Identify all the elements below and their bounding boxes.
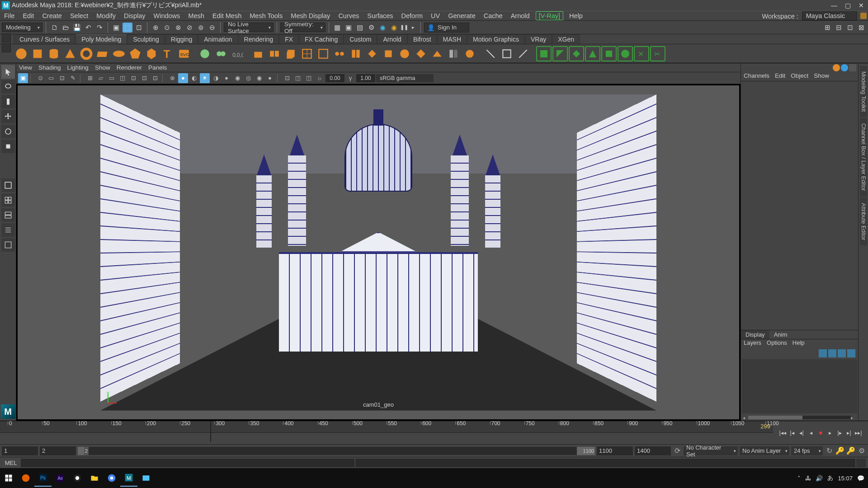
tool-settings-toggle-icon[interactable] (849, 64, 856, 71)
layer-move-up-icon[interactable] (819, 349, 827, 357)
shelf-tab-mash[interactable]: MASH (437, 34, 467, 44)
tab-anim[interactable]: Anim (769, 330, 792, 339)
loop-toggle-icon[interactable]: ↻ (825, 446, 834, 455)
target-weld-icon[interactable] (381, 46, 396, 61)
vp-textured-icon[interactable]: ◐ (189, 73, 199, 83)
vp-exposure-icon[interactable]: ☼ (315, 73, 325, 83)
menu-surfaces[interactable]: Surfaces (363, 11, 397, 20)
vp-exposure-value[interactable]: 0.00 (326, 74, 344, 82)
menu-help[interactable]: Help (565, 11, 587, 20)
taskbar-maya-icon[interactable]: M (120, 469, 137, 487)
step-forward-icon[interactable]: |▸ (835, 429, 844, 437)
vp-colorspace-dropdown[interactable]: sRGB gamma (376, 74, 434, 82)
open-scene-icon[interactable]: 🗁 (61, 23, 71, 33)
vp-menu-view[interactable]: View (19, 64, 32, 71)
menu-mesh[interactable]: Mesh (184, 11, 208, 20)
channel-toggle-icon[interactable]: ⊠ (856, 23, 866, 33)
step-back-key-icon[interactable]: |◂ (788, 429, 796, 437)
poly-cone-icon[interactable] (62, 46, 78, 61)
playback-start-input[interactable]: 1 (2, 446, 38, 455)
poly-svg-icon[interactable]: SVG (176, 46, 192, 61)
vp-safe-title-icon[interactable]: ⊡ (150, 73, 160, 83)
vp-aa-icon[interactable]: ● (265, 73, 275, 83)
snap-grid-icon[interactable]: ⊕ (151, 23, 160, 33)
menu-modify[interactable]: Modify (92, 11, 120, 20)
poly-plane-icon[interactable] (95, 46, 110, 61)
prefs-icon[interactable]: ⚙ (857, 446, 866, 455)
vp-menu-show[interactable]: Show (95, 64, 110, 71)
retopo-icon[interactable]: ✂ (650, 46, 665, 61)
undo-icon[interactable]: ↶ (83, 23, 93, 33)
start-button[interactable] (0, 469, 17, 487)
shelf-tab-bifrost[interactable]: Bifrost (407, 34, 437, 44)
tray-ime-icon[interactable]: あ (827, 474, 833, 482)
shelf-tab-curves[interactable]: Curves / Surfaces (14, 34, 75, 44)
move-tool-icon[interactable] (1, 110, 15, 123)
layout-single-icon[interactable] (1, 178, 15, 192)
paint-select-icon[interactable] (1, 95, 15, 108)
shelf-tab-custom[interactable]: Custom (344, 34, 377, 44)
auto-key-icon[interactable]: 🔑 (835, 446, 844, 455)
poly-sphere-icon[interactable] (14, 46, 29, 61)
vp-gamma-icon[interactable]: γ (345, 73, 355, 83)
menu-uv[interactable]: UV (427, 11, 444, 20)
cb-show[interactable]: Show (814, 72, 829, 81)
mirror-icon[interactable] (446, 46, 461, 61)
shelf-tab-fx[interactable]: FX (279, 34, 299, 44)
cmd-input[interactable] (21, 459, 354, 467)
snap-curve-icon[interactable]: ⊙ (162, 23, 172, 33)
taskbar-chrome-icon[interactable] (103, 469, 120, 487)
ipr-render-icon[interactable]: ▤ (355, 23, 365, 33)
rotate-tool-icon[interactable] (1, 125, 15, 138)
goto-end-icon[interactable]: ▸▸| (854, 429, 863, 437)
shelf-tab-xgen[interactable]: XGen (552, 34, 580, 44)
menu-curves[interactable]: Curves (334, 11, 363, 20)
range-slider[interactable]: 2 1100 (78, 447, 595, 455)
menu-vray[interactable]: [V-Ray] (536, 11, 564, 20)
maximize-button[interactable]: ▢ (841, 1, 854, 10)
make-live-icon[interactable] (515, 46, 531, 61)
sculpt-icon[interactable] (462, 46, 477, 61)
tray-network-icon[interactable]: 🖧 (805, 475, 811, 482)
menu-mesh-display[interactable]: Mesh Display (287, 11, 334, 20)
shelf-tab-animation[interactable]: Animation (198, 34, 238, 44)
taskbar-aftereffects-icon[interactable]: Ae (52, 469, 69, 487)
crease-icon[interactable] (429, 46, 445, 61)
viewport-3d[interactable]: y cam01_geo (16, 84, 741, 421)
menu-mesh-tools[interactable]: Mesh Tools (245, 11, 287, 20)
attribute-toggle-icon[interactable]: ⊡ (845, 23, 855, 33)
menu-display[interactable]: Display (120, 11, 150, 20)
range-lock-icon[interactable]: ⟳ (673, 446, 682, 455)
poly-disc-icon[interactable] (111, 46, 127, 61)
bool-union-icon[interactable] (536, 46, 552, 61)
signin-button[interactable]: 👤Sign In (424, 23, 469, 33)
layout-custom-icon[interactable] (1, 208, 15, 222)
shelf-menu-icon[interactable] (2, 33, 11, 42)
vp-2d-zoom-icon[interactable]: ⊡ (57, 73, 67, 83)
menu-deform[interactable]: Deform (397, 11, 427, 20)
cb-object[interactable]: Object (791, 72, 808, 81)
tray-up-icon[interactable]: ˄ (797, 475, 801, 482)
playback-end-input[interactable]: 1400 (635, 446, 671, 455)
scale-tool-icon[interactable] (1, 140, 15, 153)
vp-gate-mask-icon[interactable]: ◫ (118, 73, 127, 83)
system-tray[interactable]: ˄ 🖧 🔊 あ 15:07 💬 (794, 474, 868, 482)
layout-graph-icon[interactable] (1, 238, 15, 252)
bridge-icon[interactable] (267, 46, 282, 61)
play-back-icon[interactable]: ◂ (807, 429, 815, 437)
vp-grid-icon[interactable]: ⊞ (85, 73, 95, 83)
vp-safe-action-icon[interactable]: ⊡ (139, 73, 149, 83)
reduce-icon[interactable] (618, 46, 633, 61)
shelf-tab-rendering[interactable]: Rendering (238, 34, 279, 44)
select-by-hierarchy-icon[interactable]: ▣ (111, 23, 121, 33)
select-tool-icon[interactable] (1, 65, 15, 79)
vp-res-gate-icon[interactable]: ▭ (107, 73, 117, 83)
triangulate-icon[interactable] (585, 46, 600, 61)
vp-motion-blur-icon[interactable]: ◉ (232, 73, 242, 83)
lasso-tool-icon[interactable] (1, 80, 15, 94)
bool-diff-icon[interactable] (552, 46, 568, 61)
layout-outliner-icon[interactable] (1, 223, 15, 237)
range-end-input[interactable]: 1100 (597, 446, 633, 455)
bevel-icon[interactable] (283, 46, 298, 61)
range-start-input[interactable]: 2 (40, 446, 76, 455)
